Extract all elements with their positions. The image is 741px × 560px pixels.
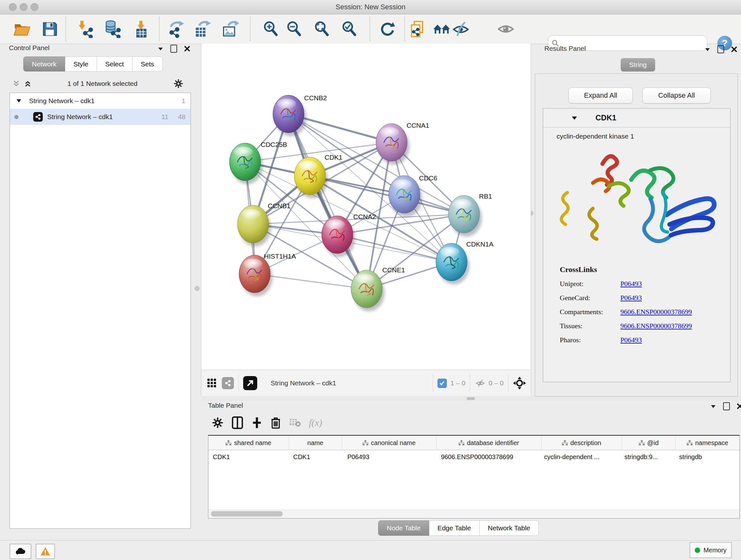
zoom-out-button[interactable] <box>282 17 306 41</box>
network-canvas[interactable]: CCNB2CCNA1CDC25BCDK1CDC6RB1CCNB1CCNA2CDK… <box>201 44 531 370</box>
show-columns-icon[interactable] <box>232 416 243 429</box>
expand-all-button[interactable]: Expand All <box>568 87 633 104</box>
node-RB1[interactable]: RB1 <box>448 192 492 237</box>
column-header-id[interactable]: @id <box>622 436 676 450</box>
horizontal-splitter[interactable] <box>201 396 741 401</box>
table-horizontal-scrollbar[interactable] <box>208 509 739 518</box>
collapse-all-button[interactable]: Collapse All <box>643 87 711 104</box>
import-network-from-database-button[interactable] <box>101 17 124 41</box>
table-panel-title: Table Panel <box>208 401 243 409</box>
panel-collapse-icon[interactable] <box>704 47 711 52</box>
crosslink-compartments-link[interactable]: 9606.ENSP00000378699 <box>620 308 692 316</box>
delete-column-trash-icon[interactable] <box>271 417 281 429</box>
panel-collapse-icon[interactable] <box>158 47 163 51</box>
import-table-button[interactable] <box>130 17 152 41</box>
pan-crosshair-icon[interactable] <box>513 376 526 390</box>
network-collection-row[interactable]: String Network – cdk1 1 <box>10 93 191 109</box>
string-style-button[interactable] <box>222 377 234 389</box>
node-gloss <box>453 199 472 209</box>
column-header-name[interactable]: name <box>289 436 342 450</box>
open-in-new-window-button[interactable] <box>243 376 257 390</box>
open-session-button[interactable] <box>10 17 33 41</box>
node-CCNE1[interactable]: CCNE1 <box>351 266 405 311</box>
tab-edge-table[interactable]: Edge Table <box>429 520 480 536</box>
crosslink-tissues-link[interactable]: 9606.ENSP00000378699 <box>620 322 692 330</box>
share-icon <box>225 380 231 386</box>
network-graph[interactable]: CCNB2CCNA1CDC25BCDK1CDC6RB1CCNB1CCNA2CDK… <box>201 44 531 370</box>
cell-shared-name[interactable]: CDK1 <box>208 450 289 463</box>
column-header-shared-name[interactable]: shared name <box>208 436 289 450</box>
cell-namespace[interactable]: stringdb <box>675 450 739 463</box>
scrollbar-thumb[interactable] <box>211 511 283 516</box>
cloud-status-button[interactable] <box>10 544 31 559</box>
zoom-in-button[interactable] <box>259 17 282 41</box>
cell-database-identifier[interactable]: 9606.ENSP00000378699 <box>436 450 540 463</box>
tab-select[interactable]: Select <box>97 57 132 71</box>
save-session-button[interactable] <box>38 17 61 41</box>
export-image-button[interactable] <box>218 17 241 41</box>
crosslink-genecard-link[interactable]: P06493 <box>620 294 642 302</box>
cell-id[interactable]: stringdb:9... <box>620 450 675 463</box>
panel-float-icon[interactable] <box>718 45 724 53</box>
node-CCNA1[interactable]: CCNA1 <box>376 122 429 165</box>
column-header-description[interactable]: description <box>542 436 622 450</box>
column-header-canonical-name[interactable]: canonical name <box>342 436 437 450</box>
results-panel: Results Panel String Expand All Collapse… <box>532 44 741 396</box>
node-HIST1H1A[interactable]: HIST1H1A <box>239 253 296 296</box>
crosslink-uniprot-link[interactable]: P06493 <box>620 280 642 288</box>
panel-close-icon[interactable] <box>184 46 190 52</box>
left-splitter-handle[interactable] <box>195 286 199 291</box>
node-CDC6[interactable]: CDC6 <box>389 174 437 217</box>
panel-float-icon[interactable] <box>171 45 177 53</box>
node-CCNB2[interactable]: CCNB2 <box>273 94 327 136</box>
tree-expand-icon[interactable] <box>16 99 21 103</box>
column-header-namespace[interactable]: namespace <box>676 436 739 450</box>
gear-icon[interactable] <box>174 79 183 88</box>
add-column-icon[interactable] <box>252 417 262 429</box>
tab-sets[interactable]: Sets <box>132 57 163 71</box>
expand-all-trees-icon[interactable] <box>24 80 31 87</box>
collapse-section-icon[interactable] <box>571 116 578 120</box>
protein-card-header[interactable]: CDK1 <box>543 109 730 127</box>
node-gloss <box>326 219 345 230</box>
node-table[interactable]: shared name name canonical name database… <box>208 435 740 518</box>
import-network-button[interactable] <box>74 17 97 41</box>
node-CDKN1A[interactable]: CDKN1A <box>436 240 493 285</box>
results-tab-string[interactable]: String <box>621 58 655 71</box>
table-row[interactable]: CDK1 CDK1 P06493 9606.ENSP00000378699 cy… <box>208 450 739 463</box>
crosslink-pharos-link[interactable]: P06493 <box>620 336 642 344</box>
panel-close-icon[interactable] <box>731 46 737 52</box>
column-type-icon <box>459 440 464 445</box>
collapse-all-trees-icon[interactable] <box>13 80 20 87</box>
splitter-grip[interactable] <box>467 397 475 400</box>
tab-network[interactable]: Network <box>23 57 65 71</box>
panel-collapse-icon[interactable] <box>711 404 716 409</box>
tab-network-table[interactable]: Network Table <box>480 520 539 536</box>
tab-node-table[interactable]: Node Table <box>378 520 429 536</box>
network-row-selected[interactable]: String Network – cdk1 11 48 <box>10 109 191 125</box>
panel-close-icon[interactable] <box>737 403 741 409</box>
cell-name[interactable]: CDK1 <box>289 450 343 463</box>
toolbar-separator <box>369 17 370 41</box>
zoom-fit-button[interactable] <box>310 17 333 41</box>
birds-eye-grid-icon[interactable] <box>207 378 217 388</box>
tab-style[interactable]: Style <box>65 57 97 71</box>
cell-description[interactable]: cyclin-dependent ... <box>540 450 620 463</box>
memory-button[interactable]: Memory <box>690 543 731 558</box>
export-network-button[interactable] <box>165 17 188 41</box>
cell-canonical-name[interactable]: P06493 <box>343 450 436 463</box>
edge-CCNB2-CCNE1[interactable] <box>288 114 367 289</box>
export-table-button[interactable] <box>191 17 213 41</box>
table-tabs: Node Table Edge Table Network Table <box>378 520 539 536</box>
clone-network-button[interactable] <box>406 17 429 41</box>
crosslink-label: GeneCard: <box>560 294 620 302</box>
zoom-selected-button[interactable] <box>338 17 360 41</box>
apply-layout-refresh-button[interactable] <box>376 17 399 41</box>
hide-selected-button[interactable] <box>449 17 472 41</box>
show-all-button[interactable] <box>494 17 517 41</box>
panel-float-icon[interactable] <box>723 402 730 410</box>
selected-checkbox[interactable] <box>437 379 447 388</box>
table-gear-icon[interactable] <box>212 417 223 428</box>
column-header-database-identifier[interactable]: database identifier <box>436 436 542 450</box>
warnings-button[interactable] <box>36 544 55 559</box>
